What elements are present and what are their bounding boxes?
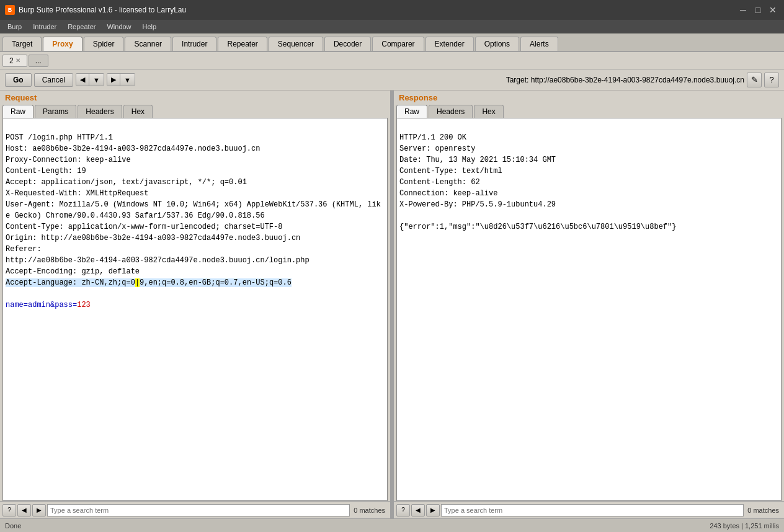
response-tab-raw[interactable]: Raw (396, 105, 427, 118)
tab-options[interactable]: Options (475, 37, 519, 51)
minimize-button[interactable]: ─ (737, 4, 749, 16)
tab-proxy[interactable]: Proxy (43, 37, 82, 51)
response-search-next-button[interactable]: ▶ (426, 504, 440, 516)
status-stats: 243 bytes | 1,251 millis (710, 522, 779, 530)
main-tab-bar: Target Proxy Spider Scanner Intruder Rep… (0, 33, 784, 52)
cancel-button[interactable]: Cancel (34, 73, 73, 87)
request-search-next-button[interactable]: ▶ (32, 504, 46, 516)
edit-target-button[interactable]: ✎ (747, 73, 762, 87)
back-dropdown-button[interactable]: ▼ (89, 74, 104, 86)
tab-target[interactable]: Target (2, 37, 42, 51)
tab-intruder[interactable]: Intruder (172, 37, 216, 51)
title-bar-left: B Burp Suite Professional v1.6 - license… (5, 5, 186, 15)
response-search-help-button[interactable]: ? (396, 504, 410, 516)
main-content: Request Raw Params Headers Hex POST /log… (0, 91, 784, 518)
tab-sequencer[interactable]: Sequencer (269, 37, 323, 51)
request-search-input[interactable] (47, 504, 350, 516)
tab-repeater[interactable]: Repeater (218, 37, 267, 51)
response-tab-bar: Raw Headers Hex (394, 104, 784, 118)
response-tab-hex[interactable]: Hex (474, 105, 503, 118)
request-pane: Request Raw Params Headers Hex POST /log… (0, 91, 390, 518)
status-text: Done (5, 522, 21, 530)
menu-help[interactable]: Help (138, 22, 162, 32)
tab-extender[interactable]: Extender (425, 37, 474, 51)
maximize-button[interactable]: □ (752, 4, 764, 16)
request-tab-hex[interactable]: Hex (123, 105, 153, 118)
close-tab-2-icon[interactable]: ✕ (16, 57, 20, 64)
response-search-input[interactable] (441, 504, 744, 516)
back-nav-group[interactable]: ◀ ▼ (76, 73, 104, 86)
tab-alerts[interactable]: Alerts (520, 37, 558, 51)
request-content[interactable]: POST /login.php HTTP/1.1 Host: ae08b6be-… (2, 118, 388, 501)
response-pane: Response Raw Headers Hex HTTP/1.1 200 OK… (394, 91, 784, 518)
go-button[interactable]: Go (5, 73, 32, 87)
help-button[interactable]: ? (764, 73, 779, 87)
response-content[interactable]: HTTP/1.1 200 OK Server: openresty Date: … (396, 118, 782, 501)
menu-burp[interactable]: Burp (2, 22, 27, 32)
request-text[interactable]: POST /login.php HTTP/1.1 Host: ae08b6be-… (3, 118, 387, 500)
request-tab-raw[interactable]: Raw (2, 105, 33, 118)
tab-spider[interactable]: Spider (84, 37, 124, 51)
tab-decoder[interactable]: Decoder (324, 37, 371, 51)
request-tab-bar: Raw Params Headers Hex (0, 104, 390, 118)
back-button[interactable]: ◀ (76, 74, 89, 86)
forward-dropdown-button[interactable]: ▼ (120, 74, 135, 86)
request-search-prev-button[interactable]: ◀ (17, 504, 31, 516)
forward-button[interactable]: ▶ (107, 74, 120, 86)
target-label: Target: http://ae08b6be-3b2e-4194-a003-9… (138, 76, 744, 84)
target-value: http://ae08b6be-3b2e-4194-a003-9827cda44… (531, 76, 744, 84)
request-tab-params[interactable]: Params (35, 105, 76, 118)
title-bar: B Burp Suite Professional v1.6 - license… (0, 0, 784, 20)
response-text[interactable]: HTTP/1.1 200 OK Server: openresty Date: … (397, 118, 781, 500)
app-icon: B (5, 5, 15, 15)
response-tab-headers[interactable]: Headers (429, 105, 473, 118)
tab-scanner[interactable]: Scanner (125, 37, 171, 51)
response-search-bar: ? ◀ ▶ 0 matches (394, 501, 784, 518)
toolbar: Go Cancel ◀ ▼ ▶ ▼ Target: http://ae08b6b… (0, 69, 784, 91)
repeater-tab-bar: 2 ✕ ... (0, 52, 784, 69)
response-search-prev-button[interactable]: ◀ (411, 504, 425, 516)
forward-nav-group[interactable]: ▶ ▼ (107, 73, 135, 86)
close-button[interactable]: ✕ (767, 4, 779, 16)
menu-window[interactable]: Window (102, 22, 136, 32)
request-tab-headers[interactable]: Headers (78, 105, 122, 118)
response-search-matches: 0 matches (745, 507, 782, 514)
request-header: Request (0, 91, 390, 104)
menu-repeater[interactable]: Repeater (63, 22, 100, 32)
menu-intruder[interactable]: Intruder (28, 22, 61, 32)
repeater-tab-new[interactable]: ... (29, 55, 48, 67)
request-search-help-button[interactable]: ? (2, 504, 16, 516)
title-bar-controls[interactable]: ─ □ ✕ (737, 4, 779, 16)
request-search-matches: 0 matches (351, 507, 388, 514)
response-header: Response (394, 91, 784, 104)
status-bar: Done 243 bytes | 1,251 millis (0, 518, 784, 532)
request-search-bar: ? ◀ ▶ 0 matches (0, 501, 390, 518)
repeater-tab-2[interactable]: 2 ✕ (2, 55, 27, 67)
window-title: Burp Suite Professional v1.6 - licensed … (19, 6, 186, 14)
menu-bar: Burp Intruder Repeater Window Help (0, 20, 784, 33)
tab-comparer[interactable]: Comparer (372, 37, 424, 51)
